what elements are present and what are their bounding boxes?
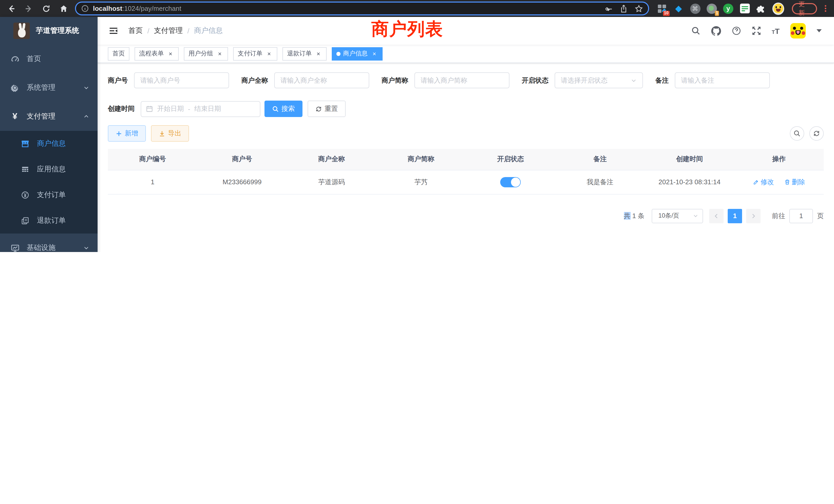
avatar-caret-icon[interactable] (816, 29, 822, 35)
chevron-down-icon (83, 85, 89, 91)
address-bar[interactable]: localhost:1024/pay/merchant (75, 2, 650, 16)
share-icon[interactable] (620, 4, 628, 13)
sidebar-item-refund-order[interactable]: 退款订单 (0, 208, 97, 233)
sidebar-item-home[interactable]: 首页 (0, 45, 97, 73)
extensions-puzzle-icon[interactable] (756, 3, 767, 14)
goto-page-input[interactable] (789, 209, 813, 223)
forward-icon[interactable] (25, 4, 33, 13)
user-avatar[interactable] (790, 23, 806, 39)
end-date-placeholder: 结束日期 (194, 104, 221, 113)
field-label: 商户简称 (381, 76, 408, 85)
extension-y-icon[interactable]: y (723, 3, 733, 14)
page-size-select[interactable]: 10条/页 (652, 209, 703, 223)
browser-profile-avatar[interactable] (772, 2, 784, 15)
date-separator: - (188, 105, 190, 113)
sidebar-item-app-info[interactable]: 应用信息 (0, 157, 97, 182)
next-page-button[interactable] (746, 209, 761, 223)
extension-badge: 10 (663, 10, 670, 16)
prev-page-button[interactable] (709, 209, 724, 223)
extension-session-icon[interactable]: 1 (706, 3, 717, 14)
filter-merchant-no: 商户号 (108, 72, 229, 88)
home-icon[interactable] (60, 4, 68, 13)
edit-link[interactable]: 修改 (753, 177, 774, 187)
github-icon[interactable] (711, 26, 721, 36)
filter-create-time: 创建时间 开始日期 - 结束日期 (108, 101, 260, 117)
status-select[interactable]: 请选择开启状态 (555, 72, 643, 88)
sidebar-item-label: 支付管理 (27, 112, 83, 121)
tab-merchant-info[interactable]: 商户信息 (332, 47, 382, 60)
header-search-icon[interactable] (691, 26, 700, 36)
filter-row-1: 商户号 商户全称 商户简称 开启状态 请选择开启状态 (108, 72, 824, 88)
breadcrumb-home[interactable]: 首页 (128, 26, 143, 36)
merchant-table: 商户编号 商户号 商户全称 商户简称 开启状态 备注 创建时间 操作 1 (108, 149, 824, 194)
close-icon[interactable] (315, 50, 322, 57)
tab-home[interactable]: 首页 (108, 47, 129, 60)
close-icon[interactable] (216, 50, 223, 57)
chevron-down-icon (693, 213, 698, 219)
site-info-icon[interactable] (81, 5, 89, 12)
sidebar-item-pay-order[interactable]: 支付订单 (0, 182, 97, 208)
sidebar-logo[interactable]: 芋道管理系统 (0, 17, 97, 45)
extension-command-icon[interactable]: ⌘ (690, 3, 701, 14)
sidebar-item-label: 系统管理 (27, 83, 83, 92)
edit-pen-icon (753, 179, 759, 185)
create-time-range-picker[interactable]: 开始日期 - 结束日期 (141, 101, 260, 117)
extension-gem-icon[interactable]: ◆ (673, 3, 684, 14)
tab-process-form[interactable]: 流程表单 (135, 47, 179, 60)
cell-short-name: 芋艿 (376, 170, 466, 194)
navbar: 首页 支付管理 商户信息 (97, 17, 834, 45)
chevron-up-icon (83, 113, 89, 120)
app-title: 芋道管理系统 (36, 26, 79, 36)
breadcrumb-pay[interactable]: 支付管理 (154, 26, 183, 36)
url-host: localhost (93, 5, 122, 12)
extension-grid-icon[interactable]: 10 (657, 3, 667, 14)
merchant-no-input[interactable] (140, 76, 223, 84)
screen: localhost:1024/pay/merchant 10 ◆ ⌘ (0, 0, 834, 252)
sidebar-item-infra[interactable]: 基础设施 (0, 233, 97, 252)
add-button[interactable]: 新增 (108, 125, 146, 142)
filter-short-name: 商户简称 (381, 72, 509, 88)
fullscreen-icon[interactable] (751, 26, 761, 36)
status-toggle[interactable] (500, 177, 521, 187)
table-right-tools (790, 126, 824, 141)
short-name-input[interactable] (421, 76, 503, 84)
sidebar-item-pay[interactable]: ¥ 支付管理 (0, 102, 97, 131)
toggle-search-button[interactable] (790, 126, 804, 141)
help-icon[interactable] (731, 26, 741, 36)
close-icon[interactable] (265, 50, 273, 57)
extension-notes-icon[interactable] (739, 3, 750, 14)
reset-button[interactable]: 重置 (308, 100, 346, 117)
cell-status (466, 170, 555, 194)
reload-icon[interactable] (42, 4, 50, 13)
gear-icon (10, 84, 20, 92)
remark-input[interactable] (681, 76, 764, 84)
close-icon[interactable] (167, 50, 174, 57)
export-button[interactable]: 导出 (151, 125, 189, 142)
tab-user-group[interactable]: 用户分组 (184, 47, 228, 60)
delete-link[interactable]: 删除 (784, 177, 805, 187)
back-icon[interactable] (7, 4, 16, 13)
browser-menu-icon[interactable] (823, 4, 828, 13)
main-area: 商户列表 首页 支付管理 商户信息 (97, 17, 834, 252)
tab-pay-order[interactable]: 支付订单 (233, 47, 277, 60)
chevron-down-icon (631, 77, 637, 84)
password-key-icon[interactable] (605, 4, 613, 13)
page-number-1[interactable]: 1 (728, 209, 742, 223)
close-icon[interactable] (371, 50, 378, 57)
sidebar: 芋道管理系统 首页 系统管理 ¥ 支付管理 (0, 17, 97, 252)
sidebar-item-merchant-info[interactable]: 商户信息 (0, 131, 97, 157)
sidebar-item-system[interactable]: 系统管理 (0, 73, 97, 102)
font-size-icon[interactable]: TT (772, 27, 780, 35)
cell-create-time: 2021-10-23 08:31:14 (645, 170, 734, 194)
sidebar-fold-icon[interactable] (106, 26, 121, 36)
full-name-input[interactable] (280, 76, 363, 84)
bookmark-star-icon[interactable] (635, 4, 643, 13)
col-merchant-no: 商户号 (197, 149, 287, 170)
refresh-table-button[interactable] (809, 126, 824, 141)
search-button[interactable]: 搜索 (264, 100, 303, 117)
browser-update-button[interactable]: 更新 (792, 3, 817, 14)
browser-nav (7, 4, 68, 13)
cell-merchant-id: 1 (108, 170, 197, 194)
tab-refund-order[interactable]: 退款订单 (282, 47, 327, 60)
url-path: :1024/pay/merchant (122, 5, 181, 12)
